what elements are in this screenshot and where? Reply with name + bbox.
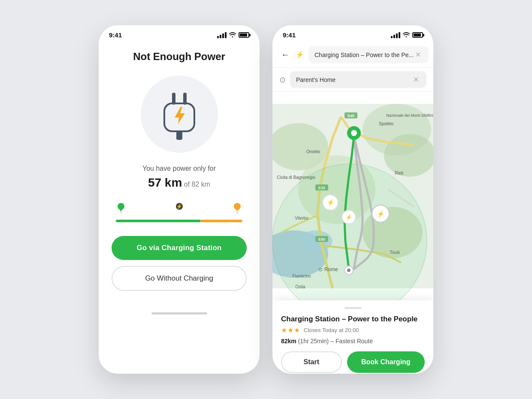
start-button[interactable]: Start xyxy=(281,351,342,373)
nav-bar: ← ⚡ Charging Station – Power to the Pe..… xyxy=(272,42,433,68)
sheet-buttons: Start Book Charging xyxy=(281,351,425,373)
svg-text:E45: E45 xyxy=(348,114,354,118)
power-numbers: 57 km of 82 km xyxy=(148,176,210,190)
signal-icon-right xyxy=(391,32,400,38)
signal-icon xyxy=(217,32,227,38)
destination-icon xyxy=(232,202,242,216)
page-title: Not Enough Power xyxy=(133,51,225,63)
left-phone: 9:41 Not Enough Power xyxy=(99,25,260,374)
search-to-field[interactable]: Parent's Home ✕ xyxy=(290,71,426,88)
wifi-icon xyxy=(229,32,236,39)
station-name: Charging Station – Power to the People xyxy=(281,315,425,323)
search-to-row: ⊙ Parent's Home ✕ xyxy=(272,68,433,92)
battery-icon-right xyxy=(412,32,423,38)
svg-rect-3 xyxy=(176,131,182,140)
charger-mid-icon: ⚡ xyxy=(174,202,184,216)
progress-section: ⚡ xyxy=(112,202,247,222)
svg-rect-1 xyxy=(172,93,175,105)
right-phone: 9:41 ← ⚡ xyxy=(272,25,433,374)
map-svg: E45 E35 E80 Spoleto Orvieto Civita di Ba… xyxy=(272,92,433,300)
svg-text:Rieti: Rieti xyxy=(395,171,403,175)
left-main-content: Not Enough Power You have power only for xyxy=(99,42,260,304)
to-pin-icon: ⊙ xyxy=(279,75,286,85)
svg-text:⚡: ⚡ xyxy=(176,203,182,209)
status-bar-left: 9:41 xyxy=(99,25,260,42)
wifi-icon-right xyxy=(403,32,410,39)
time-right: 9:41 xyxy=(283,31,296,39)
clear-to-button[interactable]: ✕ xyxy=(411,76,420,84)
battery-icon xyxy=(239,32,249,38)
clear-from-button[interactable]: ✕ xyxy=(414,51,423,59)
go-without-charging-button[interactable]: Go Without Charging xyxy=(112,266,247,291)
from-pin-icon: ⚡ xyxy=(296,51,304,59)
search-to-text: Parent's Home xyxy=(296,76,411,83)
svg-text:⚡: ⚡ xyxy=(377,210,385,218)
time-left: 9:41 xyxy=(109,31,122,39)
total-km: of 82 km xyxy=(184,181,210,188)
svg-text:Nazionale dei Monti Sibillini: Nazionale dei Monti Sibillini xyxy=(386,113,433,118)
go-via-charging-button[interactable]: Go via Charging Station xyxy=(112,236,247,260)
svg-point-41 xyxy=(347,269,351,272)
current-km: 57 km xyxy=(148,176,182,189)
book-charging-button[interactable]: Book Charging xyxy=(347,351,425,373)
search-from-field[interactable]: Charging Station – Power to the Pe... ✕ xyxy=(308,46,429,63)
status-icons-left xyxy=(217,32,249,39)
svg-rect-2 xyxy=(183,93,187,105)
progress-icons: ⚡ xyxy=(116,202,242,216)
progress-bar xyxy=(116,220,242,222)
map-container[interactable]: E45 E35 E80 Spoleto Orvieto Civita di Ba… xyxy=(272,92,433,300)
route-distance: 82km xyxy=(281,338,296,345)
star-rating: ★★★ xyxy=(281,326,300,334)
svg-text:⚡: ⚡ xyxy=(327,199,335,206)
bottom-sheet: Charging Station – Power to the People ★… xyxy=(272,300,433,374)
progress-green xyxy=(116,220,201,222)
station-meta: ★★★ Closes Today at 20:00 xyxy=(281,326,425,334)
svg-marker-6 xyxy=(119,208,123,212)
plug-icon-container xyxy=(141,76,218,153)
status-icons-right xyxy=(391,32,423,39)
sheet-handle xyxy=(345,307,362,309)
svg-point-10 xyxy=(236,212,239,214)
right-main-content: ← ⚡ Charging Station – Power to the Pe..… xyxy=(272,42,433,374)
svg-point-39 xyxy=(351,130,357,136)
plug-icon xyxy=(156,86,203,142)
svg-marker-11 xyxy=(235,208,239,212)
svg-text:Spoleto: Spoleto xyxy=(379,121,393,126)
svg-point-14 xyxy=(384,134,433,177)
route-separator: – xyxy=(330,338,336,345)
route-type: Fastest Route xyxy=(336,338,373,345)
progress-orange xyxy=(201,220,242,222)
search-from-text: Charging Station – Power to the Pe... xyxy=(314,51,414,58)
home-indicator-left xyxy=(151,312,207,314)
svg-text:Orvieto: Orvieto xyxy=(306,149,320,154)
route-time: (1hr 25min) xyxy=(298,338,329,345)
closes-text: Closes Today at 20:00 xyxy=(304,327,359,333)
power-text: You have power only for xyxy=(142,165,216,172)
svg-point-5 xyxy=(119,212,123,214)
route-info: 82km (1hr 25min) – Fastest Route xyxy=(281,338,425,345)
origin-icon xyxy=(116,202,126,216)
back-button[interactable]: ← xyxy=(279,48,291,61)
svg-text:⚡: ⚡ xyxy=(345,214,353,221)
status-bar-right: 9:41 xyxy=(272,25,433,42)
